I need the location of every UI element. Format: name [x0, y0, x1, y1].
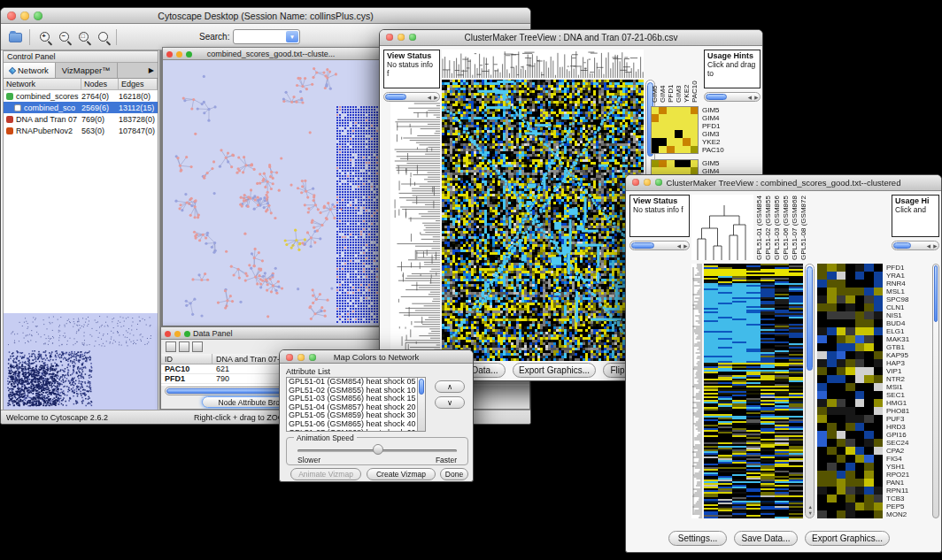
attribute-list-item[interactable]: GPL51-06 (GSM865) heat shock 40 min [287, 420, 417, 429]
scroll-right-arrow[interactable]: ▶ [434, 96, 437, 101]
create-vizmap-button[interactable]: Create Vizmap [367, 468, 436, 480]
attribute-list-item[interactable]: GPL51-03 (GSM856) heat shock 15 min [287, 395, 417, 403]
zoom-selected-icon[interactable] [95, 28, 112, 46]
close-icon[interactable] [632, 179, 639, 186]
col-nodes[interactable]: Nodes [81, 79, 119, 89]
tab-vizmapper[interactable]: VizMapper™ [56, 63, 118, 78]
close-icon[interactable] [286, 354, 293, 361]
slider-thumb[interactable] [373, 444, 383, 455]
col-network[interactable]: Network [4, 79, 81, 89]
scroll-right-arrow[interactable]: ▶ [754, 96, 758, 101]
attribute-list[interactable]: GPL51-01 (GSM854) heat shock 05 minGPL51… [286, 377, 426, 432]
h-scrollbar[interactable]: ◀▶ [629, 241, 690, 250]
v-scrollbar[interactable] [417, 378, 425, 431]
network-list-row[interactable]: DNA and Tran 07769(0)183728(0) [4, 113, 158, 125]
maximize-icon[interactable] [309, 354, 316, 361]
row-dendrogram[interactable] [390, 103, 440, 361]
combined-title-bar[interactable]: ClusterMaker TreeView : combined_scores_… [626, 175, 941, 191]
gene-label: PAN1 [886, 479, 930, 487]
attribute-list-item[interactable]: GPL51-07 (GSM868) heat shock 60 min [287, 429, 417, 432]
animate-vizmap-button[interactable]: Animate Vizmap [290, 468, 361, 480]
col-edges[interactable]: Edges [119, 79, 158, 89]
dna-title-bar[interactable]: ClusterMaker TreeView : DNA and Tran 07-… [380, 30, 762, 46]
scrollbar-thumb[interactable] [807, 266, 813, 371]
col-id[interactable]: ID [161, 354, 212, 364]
chevron-down-icon[interactable]: ▼ [286, 31, 298, 42]
row-dendrogram[interactable] [691, 264, 702, 518]
scroll-left-arrow[interactable]: ◀ [428, 96, 431, 101]
attribute-list-item[interactable]: GPL51-04 (GSM857) heat shock 20 min [287, 403, 417, 412]
minimize-icon[interactable] [176, 51, 182, 58]
maximize-icon[interactable] [184, 331, 190, 337]
minimize-icon[interactable] [644, 179, 651, 186]
close-icon[interactable] [7, 12, 16, 20]
attribute-list-item[interactable]: GPL51-05 (GSM859) heat shock 30 min [287, 411, 417, 420]
scroll-down-arrow[interactable]: ▼ [808, 511, 813, 517]
minimize-icon[interactable] [398, 34, 405, 41]
v-scrollbar[interactable]: ▲▼ [805, 264, 815, 518]
scroll-left-arrow[interactable]: ◀ [927, 244, 930, 249]
scroll-left-arrow[interactable]: ◀ [748, 96, 752, 101]
save-data-button[interactable]: Save Data... [734, 531, 798, 546]
export-graphics-button[interactable]: Export Graphics... [805, 531, 890, 546]
column-dendrogram[interactable] [442, 50, 644, 78]
attribute-list-item[interactable]: GPL51-01 (GSM854) heat shock 05 min [287, 378, 417, 387]
open-file-icon[interactable] [6, 28, 24, 46]
maximize-icon[interactable] [409, 34, 416, 41]
maximize-icon[interactable] [186, 51, 192, 58]
h-scrollbar[interactable]: ◀▶ [704, 92, 761, 102]
scroll-right-arrow[interactable]: ▶ [683, 244, 687, 249]
create-attribute-icon[interactable] [179, 341, 189, 352]
scrollbar-thumb[interactable] [893, 242, 911, 249]
close-icon[interactable] [386, 34, 393, 41]
maximize-icon[interactable] [34, 12, 42, 20]
tab-overflow-arrow[interactable]: ▶ [145, 63, 158, 78]
zoom-matrix-canvas[interactable] [651, 106, 699, 154]
zoom-heatmap-canvas[interactable] [817, 264, 883, 518]
scrollbar-thumb[interactable] [706, 94, 727, 100]
network-list-row[interactable]: RNAPuberNov2563(0)107847(0) [4, 125, 158, 136]
done-button[interactable]: Done [440, 468, 468, 480]
attribute-list-item[interactable]: GPL51-02 (GSM855) heat shock 10 min [287, 387, 417, 395]
scroll-left-arrow[interactable]: ◀ [677, 244, 681, 249]
main-title-bar[interactable]: Cytoscape Desktop (Session Name: collins… [1, 8, 530, 24]
minimize-icon[interactable] [174, 331, 181, 337]
zoom-out-icon[interactable]: − [56, 28, 73, 46]
move-up-button[interactable]: ∧ [435, 380, 465, 393]
close-icon[interactable] [166, 51, 173, 58]
select-attributes-icon[interactable] [166, 341, 176, 352]
tab-network[interactable]: Network [4, 63, 56, 78]
network-frame-title-bar[interactable]: combined_scores_good.txt--cluste... [163, 48, 379, 60]
delete-attribute-icon[interactable] [192, 341, 203, 352]
gene-label: YRA1 [886, 272, 930, 280]
scrollbar-thumb[interactable] [385, 94, 406, 100]
scrollbar-thumb[interactable] [934, 265, 938, 322]
v-scrollbar[interactable] [932, 264, 939, 518]
scroll-right-arrow[interactable]: ▶ [933, 244, 937, 249]
minimize-icon[interactable] [20, 12, 29, 20]
column-dendrogram[interactable] [691, 195, 753, 260]
zoom-in-icon[interactable]: + [36, 28, 54, 46]
maximize-icon[interactable] [655, 179, 662, 186]
network-list-row[interactable]: combined_sco2569(6)13112(15) [4, 102, 158, 113]
h-scrollbar[interactable]: ◀▶ [892, 241, 939, 250]
zoom-fit-icon[interactable]: □ [75, 28, 93, 46]
control-panel: Control Panel Network VizMapper™ ▶ Netwo… [3, 50, 158, 411]
search-input[interactable]: ▼ [233, 29, 300, 44]
h-scrollbar[interactable]: ◀▶ [383, 92, 440, 102]
scrollbar-thumb[interactable] [631, 242, 654, 249]
network-canvas[interactable] [163, 60, 379, 326]
network-list-row[interactable]: combined_scores2764(0)16218(0) [4, 90, 158, 102]
scroll-up-arrow[interactable]: ▲ [808, 505, 813, 510]
close-icon[interactable] [165, 331, 171, 337]
move-down-button[interactable]: ∨ [435, 396, 465, 409]
network-overview-thumbnail[interactable] [4, 313, 158, 410]
dialog-title-bar[interactable]: Map Colors to Network [280, 350, 473, 364]
minimize-icon[interactable] [297, 354, 305, 361]
heatmap-canvas[interactable] [442, 80, 644, 361]
export-graphics-button[interactable]: Export Graphics... [513, 363, 596, 378]
scrollbar-thumb[interactable] [419, 379, 424, 395]
settings-button[interactable]: Settings... [668, 531, 727, 546]
global-heatmap-canvas[interactable] [704, 264, 803, 518]
toolbar-separator [29, 29, 30, 45]
